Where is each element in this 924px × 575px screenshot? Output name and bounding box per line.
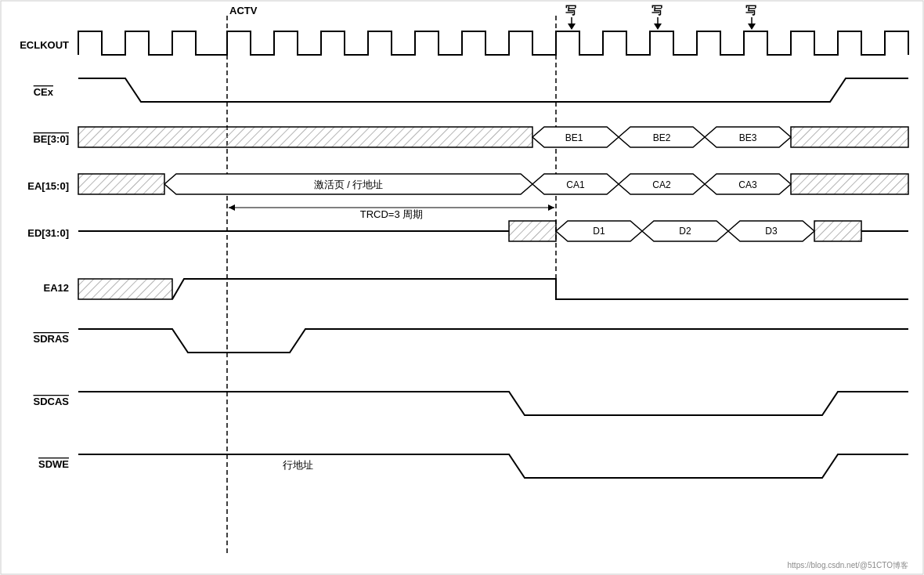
actv-label: ACTV: [229, 5, 258, 16]
write-label-1: 写: [565, 4, 576, 16]
label-sdcas: SDCAS: [33, 396, 69, 407]
write-label-3: 写: [745, 4, 756, 16]
ea-active-label: 激活页 / 行地址: [314, 179, 384, 190]
ed-hatch-left: [509, 221, 556, 241]
write-label-2: 写: [651, 4, 662, 16]
ea-hatch-right: [791, 174, 908, 194]
d1-label: D1: [593, 226, 605, 237]
label-sdras: SDRAS: [33, 333, 69, 345]
label-ea12: EA12: [43, 282, 69, 294]
ed-hatch-right: [814, 221, 861, 241]
be-hatch-right: [791, 127, 908, 147]
trcd-label: TRCD=3 周期: [360, 208, 424, 220]
label-ea150: EA[15:0]: [27, 180, 69, 192]
ca3-label: CA3: [738, 179, 757, 190]
sdwe-row-addr-label: 行地址: [283, 459, 313, 471]
d3-label: D3: [765, 226, 778, 237]
be2-label: BE2: [653, 132, 671, 143]
ca2-label: CA2: [652, 179, 671, 190]
d2-label: D2: [679, 226, 691, 237]
ca1-label: CA1: [566, 179, 585, 190]
ea12-hatch: [78, 279, 172, 299]
be3-label: BE3: [739, 132, 757, 143]
label-cex: CEx: [34, 86, 54, 98]
label-be30: BE[3:0]: [33, 133, 69, 145]
label-eclkout: ECLKOUT: [20, 39, 69, 51]
ea-hatch-left: [78, 174, 164, 194]
watermark: https://blog.csdn.net/@51CTO博客: [788, 561, 908, 570]
be1-label: BE1: [565, 132, 583, 143]
label-sdwe: SDWE: [38, 458, 69, 470]
label-ed310: ED[31:0]: [27, 227, 69, 239]
be-hatch-left: [78, 127, 532, 147]
